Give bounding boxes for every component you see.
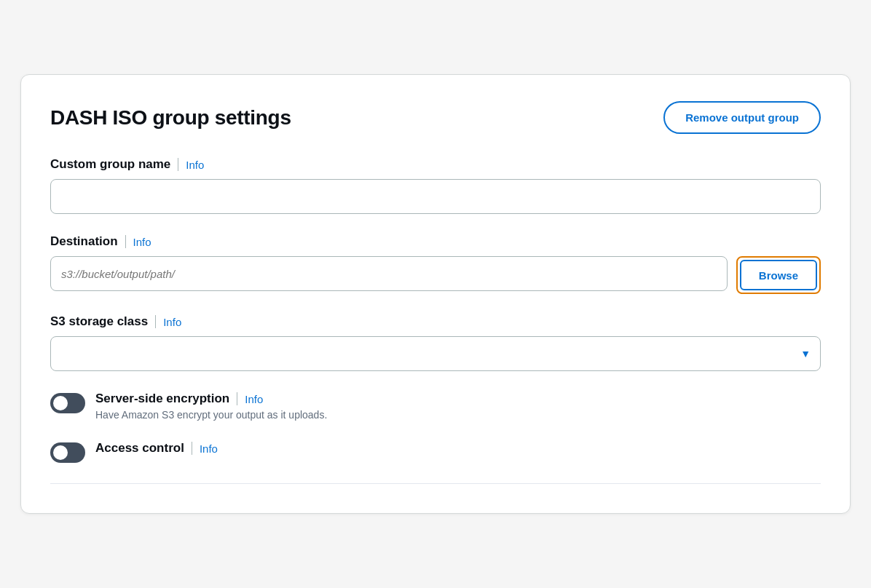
s3-storage-class-label-row: S3 storage class Info [50,314,821,329]
label-separator [155,315,156,328]
label-separator [192,442,192,455]
custom-group-name-label-row: Custom group name Info [50,157,821,172]
label-separator [178,158,178,171]
server-side-encryption-field: Server-side encryption Info Have Amazon … [50,392,821,421]
s3-storage-class-select[interactable]: STANDARD REDUCED_REDUNDANCY STANDARD_IA … [50,336,821,371]
bottom-divider [50,483,821,484]
destination-input-row: Browse [50,256,821,294]
destination-label: Destination [50,234,118,249]
card-header: DASH ISO group settings Remove output gr… [50,101,821,134]
access-control-content: Access control Info [95,441,821,458]
server-side-encryption-description: Have Amazon S3 encrypt your output as it… [95,409,821,421]
custom-group-name-label: Custom group name [50,157,170,172]
page-title: DASH ISO group settings [50,106,291,130]
toggle-slider [50,393,85,413]
custom-group-name-field: Custom group name Info [50,157,821,214]
destination-field: Destination Info Browse [50,234,821,294]
server-side-encryption-info-link[interactable]: Info [245,393,263,405]
browse-button-wrap: Browse [736,256,821,294]
label-separator [237,392,237,405]
settings-card: DASH ISO group settings Remove output gr… [20,74,851,514]
browse-button[interactable]: Browse [740,260,817,290]
s3-storage-class-field: S3 storage class Info STANDARD REDUCED_R… [50,314,821,371]
s3-storage-class-select-wrap: STANDARD REDUCED_REDUNDANCY STANDARD_IA … [50,336,821,371]
access-control-label: Access control [95,441,184,456]
server-side-encryption-label: Server-side encryption [95,392,229,406]
destination-input-wrap [50,256,728,294]
custom-group-name-info-link[interactable]: Info [186,159,204,171]
toggle-label-row: Server-side encryption Info [95,392,821,406]
access-control-info-link[interactable]: Info [200,442,218,455]
destination-input[interactable] [50,256,728,291]
s3-storage-class-label: S3 storage class [50,314,148,329]
access-control-toggle[interactable] [50,442,85,463]
s3-storage-class-info-link[interactable]: Info [163,316,181,328]
toggle-slider [50,442,85,463]
remove-output-group-button[interactable]: Remove output group [663,101,821,134]
server-side-encryption-toggle[interactable] [50,393,85,413]
destination-label-row: Destination Info [50,234,821,249]
access-control-field: Access control Info [50,441,821,463]
label-separator [125,235,126,248]
destination-info-link[interactable]: Info [133,236,151,248]
server-side-encryption-content: Server-side encryption Info Have Amazon … [95,392,821,421]
custom-group-name-input[interactable] [50,179,821,214]
toggle-label-row: Access control Info [95,441,821,456]
